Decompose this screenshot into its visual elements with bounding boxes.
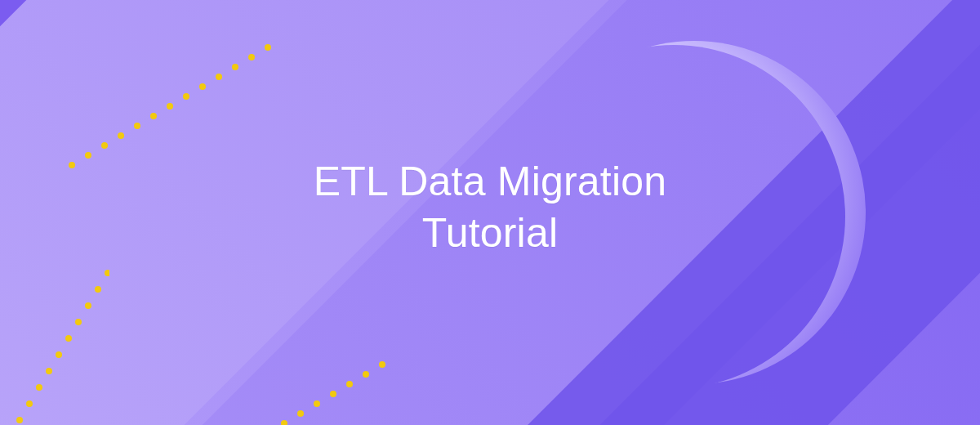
hero-banner: ETL Data Migration Tutorial (0, 0, 980, 425)
banner-title: ETL Data Migration Tutorial (314, 156, 666, 258)
